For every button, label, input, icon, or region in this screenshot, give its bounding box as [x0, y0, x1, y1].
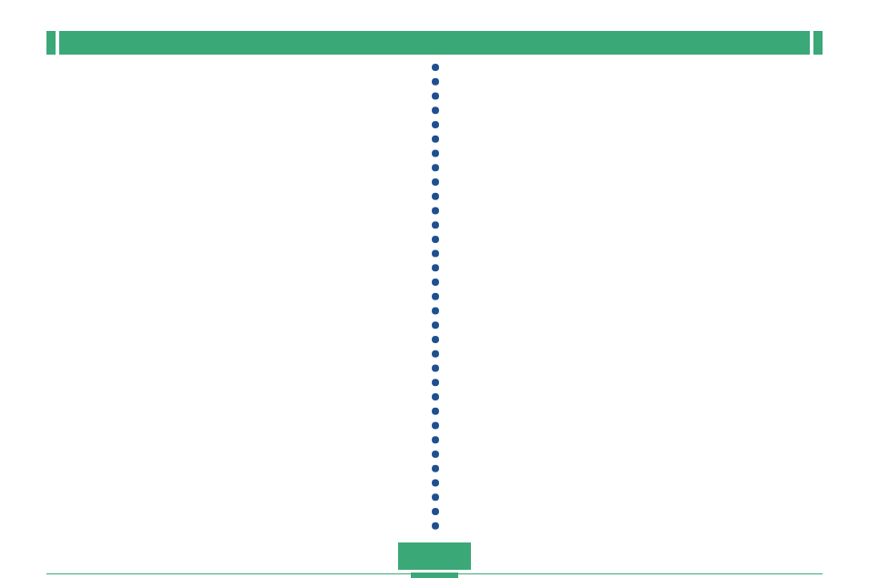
top-bar-right-notch [813, 31, 823, 55]
footer-block-top [398, 542, 471, 570]
top-bar-left-notch [46, 31, 56, 55]
top-bar-main [59, 31, 810, 55]
footer-block-bottom [411, 573, 458, 578]
center-divider-dotted [432, 64, 439, 530]
top-bar [46, 31, 823, 55]
footer [46, 542, 823, 579]
page-root [0, 0, 869, 588]
